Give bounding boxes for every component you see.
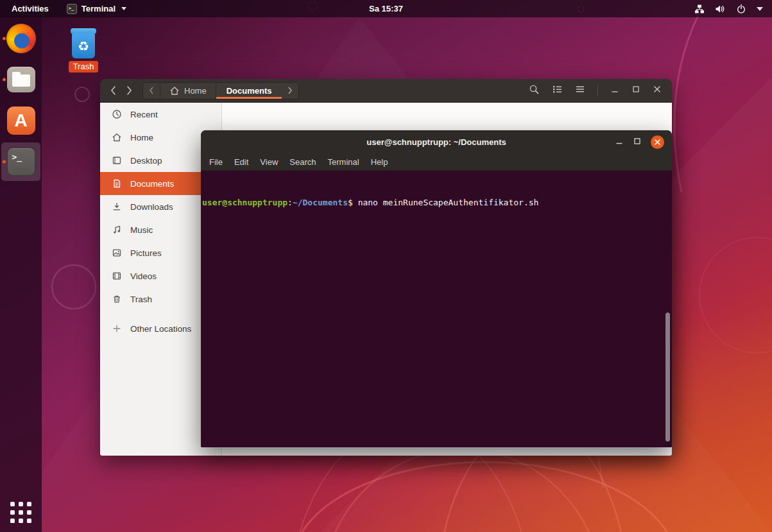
menu-help[interactable]: Help [365,154,394,171]
prompt-separator: : [287,198,293,207]
prompt-path: ~/Documents [293,198,348,207]
terminal-menu-bar: File Edit View Search Terminal Help [201,154,672,171]
path-bar: Home Documents [142,82,299,99]
chevron-down-icon [121,7,126,10]
network-icon [694,4,705,14]
forward-button[interactable] [126,85,133,96]
path-home-label: Home [184,86,207,96]
header-actions [529,84,672,98]
sidebar-label: Music [130,225,153,235]
menu-terminal[interactable]: Terminal [322,154,365,171]
ubuntu-software-icon: A [7,107,35,135]
path-scroll-right-button[interactable] [282,83,298,99]
activities-button[interactable]: Activities [0,0,60,17]
trash-can-icon: ♻ [69,28,98,58]
dock-item-files[interactable] [0,60,42,99]
close-button[interactable] [651,135,664,149]
prompt-dollar: $ [348,198,353,207]
back-button[interactable] [109,85,117,96]
files-header-bar[interactable]: Home Documents [100,79,672,103]
terminal-window: user@schnupptrupp: ~/Documents File Edit… [201,130,672,447]
active-app-highlight [1,142,40,181]
firefox-icon [6,24,36,53]
desktop-icon [112,155,122,166]
trash-label: Trash [69,61,99,73]
menu-search[interactable]: Search [284,154,322,171]
recycle-icon: ♻ [72,33,95,58]
header-separator [597,85,598,96]
menu-hamburger-button[interactable] [575,84,585,97]
desktop-trash-icon[interactable]: ♻ Trash [63,28,104,73]
minimize-button[interactable] [615,137,624,148]
minimize-button[interactable] [610,85,619,96]
search-button[interactable] [529,84,540,98]
system-status-area[interactable] [694,4,772,14]
menu-view[interactable]: View [254,154,284,171]
terminal-title-bar[interactable]: user@schnupptrupp: ~/Documents [201,130,672,154]
chevron-down-icon [757,7,763,11]
prompt-line: user@schnupptrupp:~/Documents$ nano mein… [202,197,671,209]
nav-buttons [100,85,142,96]
show-applications-button[interactable] [10,502,31,523]
menu-edit[interactable]: Edit [228,154,254,171]
power-icon [736,4,746,14]
close-button[interactable] [653,85,662,96]
downloads-icon [112,202,122,212]
path-segment-documents[interactable]: Documents [216,83,282,99]
maximize-button[interactable] [633,137,642,148]
terminal-window-controls [615,130,664,154]
sidebar-label: Videos [130,271,157,281]
folder-body [12,74,30,87]
dock: A >_ [0,17,42,532]
sidebar-item-recent[interactable]: Recent [100,103,221,126]
trash-icon [112,294,122,304]
running-indicator [3,37,6,40]
recent-icon [112,109,122,119]
home-icon [169,86,180,96]
path-scroll-left-button[interactable] [143,83,160,99]
dock-item-terminal[interactable]: >_ [0,142,42,182]
sidebar-label: Downloads [130,202,173,212]
sidebar-label: Trash [130,295,152,304]
sidebar-label: Pictures [130,248,162,258]
dock-item-ubuntu-software[interactable]: A [0,101,42,141]
menu-file[interactable]: File [203,154,228,171]
prompt-command: nano meinRuneScapeAuthentifikator.sh [353,198,539,207]
sidebar-label: Desktop [130,156,162,166]
sidebar-label: Recent [130,110,158,119]
app-menu-label: Terminal [81,4,116,13]
maximize-button[interactable] [631,85,640,96]
top-bar: Activities >_ Terminal Sa 15:37 [0,0,772,17]
dock-item-firefox[interactable] [0,19,42,58]
close-icon [654,139,661,146]
terminal-app-icon: >_ [67,4,77,14]
app-menu-button[interactable]: >_ Terminal [60,0,133,17]
view-list-button[interactable] [552,84,563,97]
pictures-icon [112,248,122,258]
volume-icon [715,4,726,14]
running-indicator [3,78,6,82]
terminal-scrollbar[interactable] [665,313,670,442]
current-location-underline [216,97,282,99]
prompt-user-host: user@schnupptrupp [202,198,287,207]
terminal-output-area[interactable]: user@schnupptrupp:~/Documents$ nano mein… [201,171,672,447]
sidebar-label: Home [130,133,153,142]
home-icon [112,132,122,142]
plus-icon [112,323,122,334]
files-icon [7,67,35,92]
terminal-title: user@schnupptrupp: ~/Documents [366,137,506,147]
path-segment-home[interactable]: Home [160,83,216,99]
running-indicator [3,160,6,164]
path-current-label: Documents [227,86,272,96]
sidebar-label: Other Locations [130,324,191,334]
music-icon [112,225,122,235]
videos-icon [112,271,122,281]
sidebar-label: Documents [130,179,174,189]
documents-icon [112,178,122,189]
